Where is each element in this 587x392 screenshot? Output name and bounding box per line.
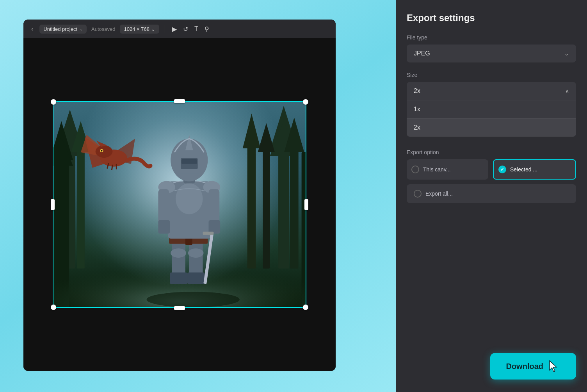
- export-all-option-button[interactable]: Export all...: [407, 184, 576, 203]
- size-option-2x-label: 2x: [414, 124, 420, 131]
- handle-bottom-left[interactable]: [51, 305, 56, 310]
- file-type-label: File type: [407, 34, 576, 41]
- toolbar: ‹ Untitled project ⌄ Autosaved 1024 × 76…: [23, 20, 336, 38]
- handle-top-right[interactable]: [303, 99, 308, 105]
- this-canvas-option-button[interactable]: This canv...: [407, 159, 488, 180]
- size-option-1x-label: 1x: [414, 106, 420, 112]
- toolbar-tools: ▶ ↺ T ⚲: [171, 24, 211, 34]
- dimensions-button[interactable]: 1024 × 768 ⌄: [120, 25, 159, 34]
- selected-option-label: Selected ...: [510, 166, 537, 173]
- export-panel: Export settings File type JPEG ⌄ Size 2x…: [396, 0, 587, 392]
- handle-mid-left[interactable]: [51, 199, 55, 210]
- size-label: Size: [407, 72, 576, 78]
- export-title: Export settings: [407, 12, 576, 23]
- project-title-button[interactable]: Untitled project ⌄: [39, 25, 87, 34]
- autosaved-label: Autosaved: [91, 26, 115, 32]
- project-title-label: Untitled project: [43, 26, 77, 32]
- file-type-chevron-icon: ⌄: [564, 50, 569, 57]
- export-option-section: Export option This canv... ✓ Selected ..…: [407, 149, 576, 203]
- export-all-option-label: Export all...: [425, 191, 453, 197]
- size-section: Size 2x ∧ 1x 2x: [407, 72, 576, 146]
- handle-mid-right[interactable]: [304, 199, 308, 210]
- size-dropdown[interactable]: 2x ∧: [407, 82, 576, 100]
- editor-area: ‹ Untitled project ⌄ Autosaved 1024 × 76…: [23, 20, 336, 371]
- file-type-section: File type JPEG ⌄: [407, 34, 576, 72]
- dimensions-chevron-icon: ⌄: [151, 26, 155, 32]
- file-type-value: JPEG: [414, 50, 430, 57]
- handle-top-left[interactable]: [51, 99, 56, 105]
- selected-checkmark-icon: ✓: [500, 167, 504, 172]
- cursor-icon: [548, 360, 560, 372]
- size-option-2x[interactable]: 2x: [407, 118, 576, 137]
- selected-option-button[interactable]: ✓ Selected ...: [493, 159, 576, 180]
- selected-radio-icon: ✓: [498, 166, 506, 173]
- text-tool-icon[interactable]: T: [193, 24, 200, 34]
- canvas-bg: [53, 102, 306, 307]
- size-chevron-up-icon: ∧: [565, 88, 569, 94]
- size-option-1x[interactable]: 1x: [407, 100, 576, 118]
- canvas-area: [23, 38, 336, 371]
- rotate-tool-icon[interactable]: ↺: [181, 24, 190, 34]
- export-all-radio-icon: [414, 190, 422, 198]
- this-canvas-option-label: This canv...: [423, 166, 451, 173]
- project-chevron-icon: ⌄: [80, 27, 83, 31]
- download-label: Download: [506, 362, 543, 371]
- download-section: Download: [490, 353, 576, 380]
- link-tool-icon[interactable]: ⚲: [203, 24, 211, 34]
- select-tool-icon[interactable]: ▶: [171, 24, 178, 34]
- handle-bottom-mid[interactable]: [174, 306, 185, 310]
- toolbar-divider: [164, 25, 164, 33]
- canvas-frame[interactable]: [53, 101, 306, 308]
- size-options-list: 1x 2x: [407, 100, 576, 137]
- handle-bottom-right[interactable]: [303, 305, 308, 310]
- svg-marker-56: [550, 361, 557, 372]
- file-type-dropdown[interactable]: JPEG ⌄: [407, 45, 576, 62]
- dimensions-label: 1024 × 768: [124, 26, 149, 32]
- export-option-label: Export option: [407, 149, 576, 155]
- size-value: 2x: [414, 87, 420, 94]
- download-button[interactable]: Download: [490, 353, 576, 380]
- this-canvas-radio-icon: [411, 166, 419, 173]
- back-button[interactable]: ‹: [28, 24, 36, 34]
- export-option-buttons: This canv... ✓ Selected ...: [407, 159, 576, 180]
- handle-top-mid[interactable]: [174, 99, 185, 103]
